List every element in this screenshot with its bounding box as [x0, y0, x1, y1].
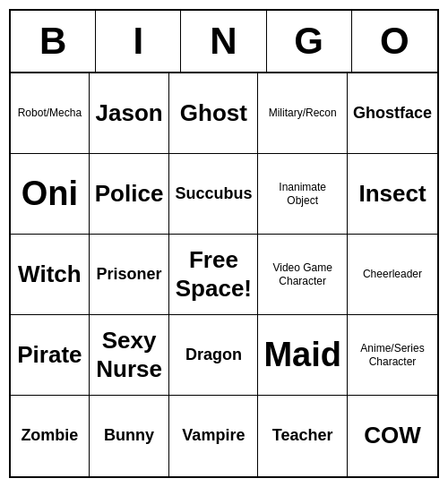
cell-text-1-2: Succubus — [175, 184, 252, 204]
cell-2-2: Free Space! — [169, 235, 258, 315]
cell-text-3-3: Maid — [263, 335, 341, 376]
cell-2-1: Prisoner — [90, 235, 170, 315]
cell-text-1-0: Oni — [22, 174, 78, 215]
cell-0-1: Jason — [90, 73, 170, 154]
cell-text-0-1: Jason — [96, 99, 163, 127]
cell-0-4: Ghostface — [348, 73, 437, 154]
cell-text-0-3: Military/Recon — [269, 107, 337, 119]
cell-text-1-1: Police — [95, 180, 164, 208]
header-letter-n: N — [181, 11, 266, 72]
cell-text-3-4: Anime/Series Character — [353, 342, 432, 368]
cell-text-2-3: Video Game Character — [263, 261, 341, 287]
cell-text-3-1: Sexy Nurse — [95, 327, 164, 382]
cell-text-2-2: Free Space! — [175, 246, 252, 302]
cell-1-4: Insect — [348, 154, 437, 235]
cell-text-0-4: Ghostface — [353, 104, 432, 124]
cell-text-4-4: COW — [364, 422, 421, 449]
cell-text-0-2: Ghost — [180, 99, 247, 127]
cell-2-3: Video Game Character — [258, 235, 348, 315]
cell-text-1-4: Insect — [358, 180, 426, 208]
cell-text-2-1: Prisoner — [97, 265, 162, 285]
cell-text-4-3: Teacher — [272, 426, 333, 446]
cell-text-3-2: Dragon — [185, 346, 242, 365]
bingo-card: BINGO Robot/MechaJasonGhostMilitary/Reco… — [9, 9, 439, 478]
cell-3-1: Sexy Nurse — [90, 315, 170, 396]
cell-text-3-0: Pirate — [17, 341, 82, 369]
header-letter-g: G — [267, 11, 352, 72]
cell-1-3: Inanimate Object — [258, 154, 348, 235]
cell-3-0: Pirate — [11, 315, 90, 396]
cell-4-3: Teacher — [258, 396, 348, 476]
cell-2-0: Witch — [11, 235, 90, 315]
cell-0-0: Robot/Mecha — [11, 73, 90, 154]
cell-0-2: Ghost — [169, 73, 258, 154]
cell-2-4: Cheerleader — [348, 235, 437, 315]
cell-3-4: Anime/Series Character — [348, 315, 437, 396]
header-letter-o: O — [352, 11, 437, 72]
cell-3-3: Maid — [258, 315, 348, 396]
cell-text-2-0: Witch — [18, 261, 82, 288]
cell-1-2: Succubus — [169, 154, 258, 235]
cell-text-4-2: Vampire — [182, 426, 245, 446]
cell-3-2: Dragon — [169, 315, 258, 396]
cell-4-4: COW — [348, 396, 437, 476]
cell-4-2: Vampire — [169, 396, 258, 476]
cell-text-1-3: Inanimate Object — [263, 181, 341, 207]
cell-text-0-0: Robot/Mecha — [18, 107, 82, 119]
cell-0-3: Military/Recon — [258, 73, 348, 154]
bingo-grid: Robot/MechaJasonGhostMilitary/ReconGhost… — [11, 73, 437, 476]
cell-text-2-4: Cheerleader — [363, 268, 422, 280]
cell-text-4-0: Zombie — [21, 426, 78, 446]
cell-4-1: Bunny — [90, 396, 170, 476]
cell-1-1: Police — [90, 154, 170, 235]
header-letter-i: I — [96, 11, 181, 72]
header-letter-b: B — [11, 11, 96, 72]
bingo-header: BINGO — [11, 11, 437, 73]
cell-4-0: Zombie — [11, 396, 90, 476]
cell-text-4-1: Bunny — [104, 426, 154, 446]
cell-1-0: Oni — [11, 154, 90, 235]
